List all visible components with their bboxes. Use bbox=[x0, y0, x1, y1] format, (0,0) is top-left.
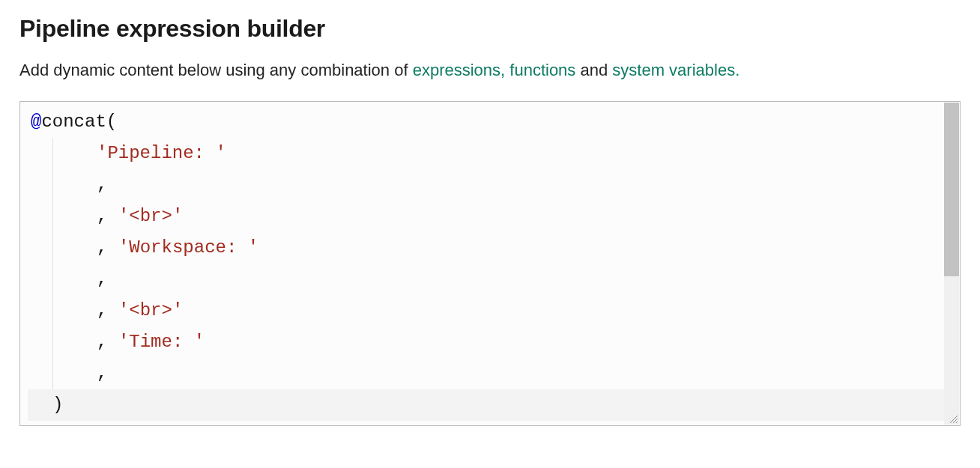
link-expressions[interactable]: expressions, bbox=[413, 61, 506, 79]
expression-editor[interactable]: @concat('Pipeline: ',,'<br>','Workspace:… bbox=[19, 101, 961, 426]
comma: , bbox=[97, 206, 107, 226]
close-paren: ) bbox=[52, 395, 63, 415]
at-symbol: @ bbox=[31, 112, 41, 132]
code-line[interactable]: ,'Workspace: ' bbox=[31, 232, 952, 264]
code-line[interactable]: 'Pipeline: ' bbox=[31, 138, 952, 169]
code-line[interactable]: ,'<br>' bbox=[31, 295, 952, 326]
link-system-variables[interactable]: system variables. bbox=[612, 61, 739, 79]
string-literal: 'Time: ' bbox=[118, 332, 205, 352]
comma: , bbox=[97, 174, 107, 195]
link-functions[interactable]: functions bbox=[509, 61, 575, 79]
comma: , bbox=[97, 237, 107, 258]
code-line[interactable]: , bbox=[31, 358, 952, 389]
comma: , bbox=[97, 269, 107, 289]
description: Add dynamic content below using any comb… bbox=[19, 59, 961, 82]
code-line[interactable]: @concat( bbox=[31, 106, 952, 138]
comma: , bbox=[97, 363, 107, 383]
comma: , bbox=[97, 300, 107, 320]
page-title: Pipeline expression builder bbox=[19, 15, 961, 43]
comma: , bbox=[97, 332, 107, 352]
string-literal: '<br>' bbox=[118, 300, 183, 320]
string-literal: '<br>' bbox=[118, 206, 183, 226]
string-literal: 'Pipeline: ' bbox=[97, 143, 226, 163]
resize-handle[interactable] bbox=[948, 413, 958, 424]
code-line[interactable]: , bbox=[31, 169, 952, 201]
function-name: concat bbox=[41, 112, 106, 132]
string-literal: 'Workspace: ' bbox=[118, 237, 258, 258]
code-line[interactable]: , bbox=[31, 264, 952, 295]
code-line[interactable]: ,'<br>' bbox=[31, 201, 952, 232]
description-prefix: Add dynamic content below using any comb… bbox=[19, 61, 413, 79]
code-line[interactable]: ,'Time: ' bbox=[31, 326, 952, 358]
code-line[interactable]: ) bbox=[31, 389, 952, 421]
open-paren: ( bbox=[106, 112, 117, 132]
svg-line-2 bbox=[956, 422, 958, 423]
